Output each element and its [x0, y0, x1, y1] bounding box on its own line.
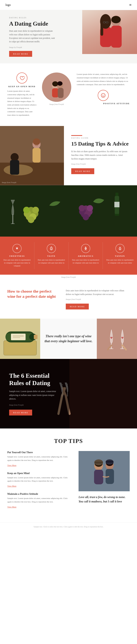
- svg-rect-16: [58, 88, 64, 98]
- dating-tips-text: Et leo duis ut diam quam nulla porttitor…: [71, 150, 130, 161]
- wine-image-credit: Image from Freepik: [0, 275, 137, 280]
- svg-point-13: [52, 81, 58, 86]
- tip-item-2: Keep an Open Mind Sample text. Lorem ips…: [7, 472, 71, 488]
- sweetness-label: SWEETNESS: [3, 255, 31, 257]
- essential-text: Sample text. Lorem ipsum dolor sit amet,…: [9, 390, 60, 401]
- open-mind-center: Image from Freepik: [40, 72, 73, 105]
- tips-couple-image: [79, 451, 130, 491]
- hero-read-more-button[interactable]: READ MORE: [9, 51, 32, 57]
- dating-tips-read-more-button[interactable]: READ MORE: [71, 168, 94, 174]
- wine-choice-read-more-button[interactable]: READ MORE: [66, 304, 89, 310]
- tannin-attr: TANNIN Duis aute irure dolor in reprehen…: [103, 242, 137, 269]
- essential-rules-section: The 6 Essential Rules of Dating Sample t…: [0, 359, 137, 428]
- navbar: logo ≡: [0, 0, 137, 10]
- taste-label: TASTE: [37, 255, 66, 257]
- svg-rect-88: [106, 461, 113, 462]
- tip-2-title: Keep an Open Mind: [7, 472, 71, 475]
- wine-banner-svg: [0, 185, 137, 236]
- svg-rect-45: [12, 214, 13, 224]
- tip-3-view-more[interactable]: View More: [7, 506, 16, 508]
- tips-right-quote: Love all, trust a few, do wrong to none.…: [79, 491, 130, 504]
- tip-1-title: Put Yourself Out There: [7, 451, 71, 454]
- tannin-icon: [116, 244, 125, 253]
- svg-point-14: [57, 81, 62, 86]
- open-mind-left: KEEP AN OPEN MIND Lorem ipsum dolor sit …: [7, 72, 36, 117]
- svg-point-26: [33, 138, 40, 145]
- couple-kiss-image: [42, 72, 71, 102]
- aromatics-label: AROMATICS: [71, 255, 100, 257]
- tip-2-text: Sample text. Lorem ipsum dolor sit amet,…: [7, 476, 71, 483]
- tip-2-view-more[interactable]: View More: [7, 485, 16, 487]
- taste-text: Duis aute irure dolor in reprehenderit i…: [37, 258, 66, 264]
- svg-rect-69: [120, 348, 124, 349]
- svg-rect-78: [79, 451, 130, 491]
- wine-choice-section: How to choose the perfect wine for a per…: [0, 280, 137, 319]
- wine-choice-right: Duis aute irure dolor in reprehenderit i…: [66, 289, 130, 310]
- positive-attitude-label: POSITIVE ATTITUDE: [103, 102, 130, 104]
- svg-rect-27: [32, 148, 41, 162]
- dating-tips-section: Image from Freepik DATING GUIDE 15 Datin…: [0, 126, 137, 185]
- essential-read-more-button[interactable]: READ MORE: [9, 410, 32, 416]
- svg-rect-83: [95, 462, 103, 464]
- dating-tips-image-credit-text: Image from Freepik: [71, 163, 130, 165]
- taste-icon: [47, 244, 56, 253]
- tip-3-title: Maintain a Positive Attitude: [7, 492, 71, 496]
- svg-rect-49: [114, 202, 120, 207]
- svg-rect-85: [106, 469, 114, 484]
- svg-rect-47: [116, 193, 118, 196]
- hero-couple-image: [82, 10, 137, 54]
- tannin-text: Duis aute irure dolor in reprehenderit i…: [106, 258, 134, 264]
- sweetness-icon: [12, 244, 21, 253]
- svg-rect-46: [11, 224, 15, 224]
- tips-list: Put Yourself Out There Sample text. Lore…: [7, 451, 71, 513]
- svg-rect-3: [101, 23, 103, 36]
- hero-text-block: DATING RULES A Dating Guide Duis aute ir…: [0, 10, 82, 63]
- svg-rect-65: [97, 318, 137, 359]
- tip-3-text: Sample text. Lorem ipsum dolor sit amet,…: [7, 496, 71, 503]
- hero-image: [82, 10, 137, 63]
- svg-point-19: [104, 95, 104, 95]
- hero-title: A Dating Guide: [9, 20, 77, 27]
- svg-point-36: [32, 207, 39, 213]
- open-mind-right: Lorem ipsum dolor sit amet, consectetur …: [77, 72, 130, 104]
- sweetness-text: Duis aute irure dolor in reprehenderit i…: [3, 258, 31, 267]
- open-mind-right-text: Lorem ipsum dolor sit amet, consectetur …: [77, 72, 130, 86]
- tip-item-1: Put Yourself Out There Sample text. Lore…: [7, 451, 71, 466]
- dating-tips-image-credit: Image from Freepik: [2, 182, 16, 184]
- tip-1-view-more[interactable]: View More: [7, 464, 16, 466]
- top-tips-heading: TOP TIPS: [7, 438, 130, 444]
- aromatics-attr: AROMATICS Duis aute irure dolor in repre…: [69, 242, 103, 269]
- wine-attributes-bar: SWEETNESS Duis aute irure dolor in repre…: [0, 236, 137, 275]
- restaurant-image: Image from Freepik: [0, 126, 64, 185]
- svg-point-42: [83, 214, 89, 220]
- open-mind-label: KEEP AN OPEN MIND: [7, 85, 36, 88]
- wine-choice-credits: Images from Freepik: [66, 298, 130, 300]
- svg-rect-50: [115, 214, 119, 216]
- taste-attr: TASTE Duis aute irure dolor in reprehend…: [34, 242, 69, 269]
- essential-title: The 6 Essential Rules of Dating: [9, 372, 60, 387]
- svg-rect-80: [94, 470, 103, 484]
- hero-section: DATING RULES A Dating Guide Duis aute ir…: [0, 10, 137, 63]
- svg-point-53: [120, 249, 120, 250]
- hero-description: Duis aute irure dolor in reprehenderit i…: [9, 29, 57, 44]
- open-mind-section: KEEP AN OPEN MIND Lorem ipsum dolor sit …: [0, 63, 137, 126]
- dating-tips-tag: DATING GUIDE: [71, 137, 130, 139]
- svg-point-34: [28, 216, 34, 223]
- svg-point-17: [101, 94, 105, 98]
- tips-layout: Put Yourself Out There Sample text. Lore…: [7, 451, 130, 513]
- svg-rect-5: [111, 26, 122, 48]
- couple-svg: [84, 12, 135, 54]
- top-tips-header: TOP TIPS: [7, 438, 130, 444]
- wine-banner: [0, 185, 137, 236]
- bottom-bar: Sample text. Click to select the text bo…: [0, 522, 137, 531]
- wine-quote-text: There really isn't one type of wine that…: [44, 334, 93, 344]
- top-tips-section: TOP TIPS Put Yourself Out There Sample t…: [0, 428, 137, 522]
- wine-choice-title: How to choose the perfect wine for a per…: [7, 289, 58, 299]
- tip-1-text: Sample text. Lorem ipsum dolor sit amet,…: [7, 455, 71, 462]
- heart-icon: [16, 72, 27, 84]
- smile-icon: [98, 90, 109, 101]
- wine-choice-left: How to choose the perfect wine for a per…: [7, 289, 58, 299]
- wine-bottle-image: [0, 318, 40, 359]
- svg-point-18: [102, 95, 103, 95]
- nav-menu-icon[interactable]: ≡: [129, 2, 132, 7]
